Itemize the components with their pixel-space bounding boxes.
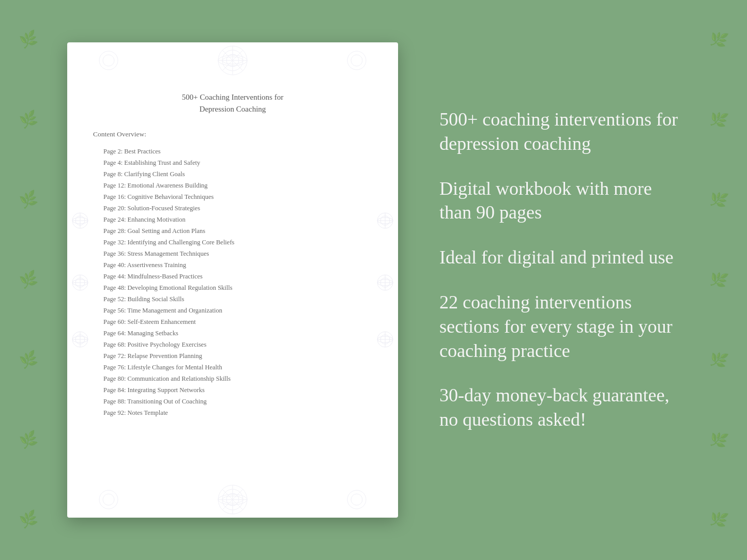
svg-point-9 (99, 51, 118, 70)
main-content: 500+ Coaching Interventions for Depressi… (0, 22, 747, 538)
toc-item: Page 12: Emotional Awareness Building (93, 180, 372, 191)
toc-item: Page 88: Transitioning Out of Coaching (93, 396, 372, 407)
toc-item: Page 4: Establishing Trust and Safety (93, 157, 372, 168)
toc-item: Page 28: Goal Setting and Action Plans (93, 225, 372, 237)
svg-point-10 (103, 55, 114, 66)
toc-item: Page 72: Relapse Prevention Planning (93, 350, 372, 362)
toc-item: Page 48: Developing Emotional Regulation… (93, 282, 372, 293)
svg-point-11 (347, 51, 366, 70)
feature-item-5: 30-day money-back guarantee, no question… (439, 383, 680, 432)
toc-item: Page 32: Identifying and Challenging Cor… (93, 237, 372, 248)
doc-title-line2: Depression Coaching (200, 105, 266, 113)
document-preview: 500+ Coaching Interventions for Depressi… (67, 42, 398, 518)
svg-point-23 (103, 494, 114, 505)
doc-side-right-decoration (375, 190, 395, 370)
doc-title-line1: 500+ Coaching Interventions for (182, 93, 283, 101)
features-panel: 500+ coaching interventions for depressi… (429, 107, 680, 453)
table-of-contents: Page 2: Best PracticesPage 4: Establishi… (93, 146, 372, 418)
doc-footer-decoration (67, 481, 398, 518)
toc-item: Page 20: Solution-Focused Strategies (93, 203, 372, 214)
svg-point-22 (99, 490, 118, 509)
toc-item: Page 44: Mindfulness-Based Practices (93, 271, 372, 282)
toc-item: Page 16: Cognitive Behavioral Techniques (93, 191, 372, 203)
toc-item: Page 60: Self-Esteem Enhancement (93, 316, 372, 328)
feature-item-3: Ideal for digital and printed use (439, 245, 680, 270)
toc-item: Page 36: Stress Management Techniques (93, 248, 372, 259)
toc-item: Page 84: Integrating Support Networks (93, 384, 372, 396)
toc-item: Page 52: Building Social Skills (93, 293, 372, 305)
toc-item: Page 92: Notes Template (93, 407, 372, 418)
doc-content: 500+ Coaching Interventions for Depressi… (93, 91, 372, 418)
toc-item: Page 64: Managing Setbacks (93, 328, 372, 339)
toc-item: Page 80: Communication and Relationship … (93, 373, 372, 384)
toc-item: Page 76: Lifestyle Changes for Mental He… (93, 362, 372, 373)
feature-item-4: 22 coaching interventions sections for e… (439, 290, 680, 363)
doc-header-decoration (67, 42, 398, 79)
content-overview-label: Content Overview: (93, 130, 372, 138)
feature-item-1: 500+ coaching interventions for depressi… (439, 107, 680, 156)
doc-side-left-decoration (70, 190, 90, 370)
toc-item: Page 40: Assertiveness Training (93, 259, 372, 271)
toc-item: Page 68: Positive Psychology Exercises (93, 339, 372, 350)
toc-item: Page 8: Clarifying Client Goals (93, 168, 372, 180)
svg-point-24 (347, 490, 366, 509)
toc-item: Page 24: Enhancing Motivation (93, 214, 372, 225)
toc-item: Page 2: Best Practices (93, 146, 372, 157)
svg-point-25 (351, 494, 362, 505)
svg-point-12 (351, 55, 362, 66)
toc-item: Page 56: Time Management and Organizatio… (93, 305, 372, 316)
feature-item-2: Digital workbook with more than 90 pages (439, 177, 680, 225)
document-title: 500+ Coaching Interventions for Depressi… (93, 91, 372, 115)
